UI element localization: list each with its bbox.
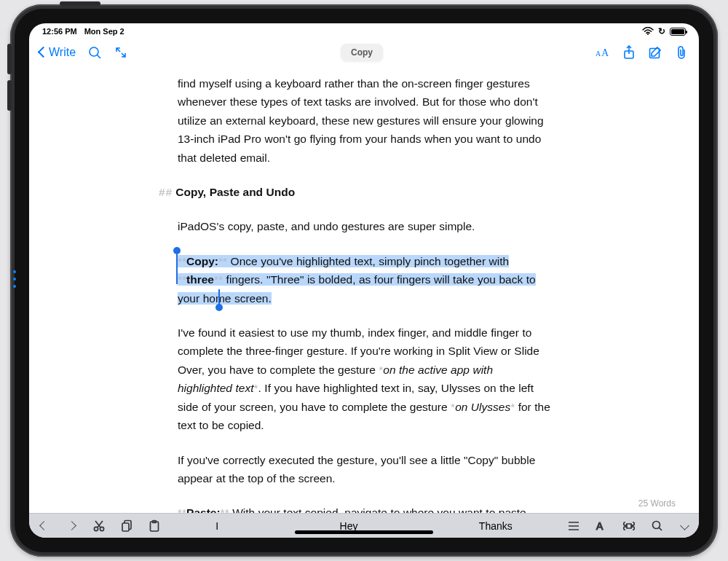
share-icon[interactable]	[622, 45, 636, 60]
list-icon[interactable]	[566, 519, 581, 533]
selected-paragraph[interactable]: **Copy:** Once you've highlighted text, …	[178, 252, 550, 307]
svg-point-8	[100, 527, 103, 530]
selection-handle-end[interactable]	[218, 289, 220, 305]
wifi-icon	[642, 27, 654, 36]
paragraph[interactable]: I've found it easiest to use my thumb, i…	[178, 323, 550, 434]
smart-connector	[13, 270, 16, 288]
command-icon[interactable]	[622, 519, 636, 533]
prev-icon[interactable]	[36, 519, 51, 533]
svg-point-1	[90, 47, 98, 56]
volume-down-hw	[7, 80, 12, 111]
markdown-marker: ##	[159, 186, 173, 198]
suggestion-3[interactable]: Thanks	[460, 520, 531, 532]
cut-icon[interactable]	[92, 519, 106, 533]
svg-point-16	[652, 522, 660, 529]
svg-text:A: A	[596, 520, 604, 532]
battery-icon	[670, 28, 686, 36]
paragraph[interactable]: iPadOS's copy, paste, and undo gestures …	[178, 217, 550, 235]
paragraph[interactable]: find myself using a keyboard rather than…	[178, 74, 550, 167]
svg-text:A: A	[601, 47, 609, 58]
copy-bubble: Copy	[341, 44, 383, 61]
dismiss-keyboard-icon[interactable]	[677, 519, 692, 533]
editor-area[interactable]: find myself using a keyboard rather than…	[29, 67, 699, 513]
ipad-frame: 12:56 PM Mon Sep 2 ↻ Write	[10, 4, 718, 557]
expand-icon[interactable]	[114, 45, 128, 60]
svg-rect-9	[122, 523, 129, 531]
word-count: 25 Words	[638, 498, 676, 509]
format-icon[interactable]: A	[594, 519, 609, 533]
home-indicator[interactable]	[295, 530, 433, 534]
selection-handle-start[interactable]	[176, 254, 178, 284]
svg-point-0	[647, 34, 649, 35]
find-icon[interactable]	[649, 519, 664, 533]
compose-icon[interactable]	[648, 45, 662, 60]
orientation-lock-icon: ↻	[658, 26, 665, 36]
svg-line-17	[659, 527, 662, 530]
search-icon[interactable]	[87, 45, 102, 60]
svg-line-2	[98, 55, 101, 59]
paragraph[interactable]: If you've correctly executed the gesture…	[178, 451, 550, 488]
text-style-icon[interactable]: AA	[596, 45, 610, 60]
nav-bar: Write Copy AA	[29, 38, 699, 67]
status-time: 12:56 PM	[42, 27, 77, 36]
attach-icon[interactable]	[674, 45, 689, 60]
screen: 12:56 PM Mon Sep 2 ↻ Write	[29, 23, 699, 538]
power-button-hw	[60, 1, 100, 6]
back-label: Write	[49, 46, 76, 59]
status-date: Mon Sep 2	[84, 27, 124, 36]
heading-2[interactable]: ##Copy, Paste and Undo	[178, 183, 550, 201]
next-icon[interactable]	[64, 519, 79, 533]
chevron-left-icon	[39, 46, 47, 59]
paste-icon[interactable]	[147, 519, 162, 533]
svg-point-7	[94, 527, 98, 530]
back-button[interactable]: Write	[39, 46, 76, 59]
status-bar: 12:56 PM Mon Sep 2 ↻	[29, 23, 699, 38]
svg-text:A: A	[596, 50, 601, 58]
suggestion-1[interactable]: I	[197, 520, 237, 532]
volume-up-hw	[7, 44, 12, 74]
paragraph[interactable]: **Paste:** With your text copied, naviga…	[178, 503, 550, 513]
copy-icon[interactable]	[119, 519, 134, 533]
